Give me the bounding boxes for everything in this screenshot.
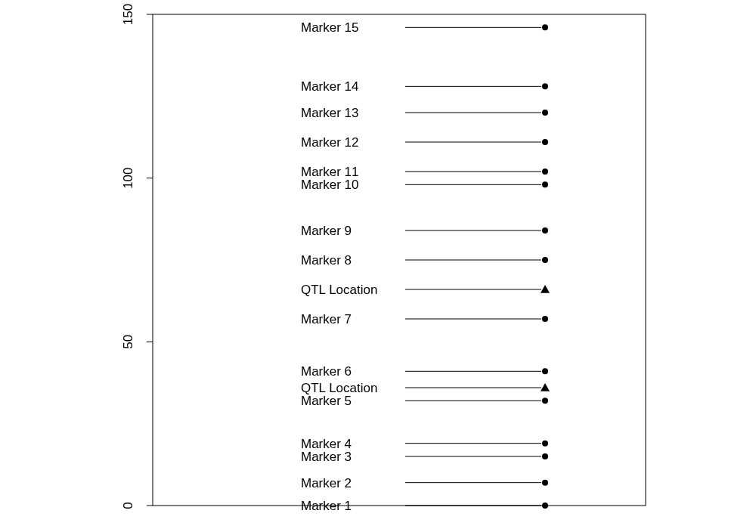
marker-label: Marker 6 (301, 364, 352, 379)
qtl-label: QTL Location (301, 381, 377, 395)
ytick-label: 150 (121, 4, 135, 25)
marker-label: Marker 13 (301, 106, 359, 120)
marker-label: Marker 11 (301, 165, 359, 179)
qtl-point-icon (541, 285, 550, 293)
marker-label: Marker 4 (301, 437, 352, 451)
marker-point-icon (542, 397, 548, 404)
marker-label: Marker 5 (301, 394, 352, 408)
marker-point-icon (542, 169, 548, 175)
qtl-label: QTL Location (301, 283, 377, 297)
plot-box (153, 14, 646, 506)
marker-label: Marker 3 (301, 450, 352, 464)
marker-point-icon (542, 227, 548, 234)
marker-point-icon (542, 368, 548, 374)
ytick-label: 50 (121, 335, 135, 349)
marker-label: Marker 7 (301, 312, 352, 326)
marker-point-icon (542, 83, 548, 89)
marker-point-icon (542, 316, 548, 322)
marker-position-chart: 050100150Marker 1Marker 2Marker 3Marker … (0, 0, 756, 532)
marker-point-icon (542, 453, 548, 459)
marker-label: Marker 14 (301, 79, 359, 94)
marker-point-icon (542, 139, 548, 145)
marker-point-icon (542, 110, 548, 116)
marker-label: Marker 1 (301, 499, 352, 513)
marker-label: Marker 2 (301, 476, 352, 490)
marker-point-icon (542, 24, 548, 30)
marker-label: Marker 9 (301, 224, 352, 238)
marker-point-icon (542, 441, 548, 447)
marker-point-icon (542, 181, 548, 187)
marker-label: Marker 15 (301, 20, 359, 35)
marker-point-icon (542, 503, 548, 509)
marker-label: Marker 12 (301, 135, 359, 150)
marker-label: Marker 10 (301, 178, 359, 192)
ytick-label: 100 (121, 167, 135, 188)
marker-label: Marker 8 (301, 253, 352, 268)
qtl-point-icon (541, 383, 550, 391)
marker-point-icon (542, 257, 548, 263)
ytick-label: 0 (121, 502, 135, 509)
marker-point-icon (542, 480, 548, 486)
